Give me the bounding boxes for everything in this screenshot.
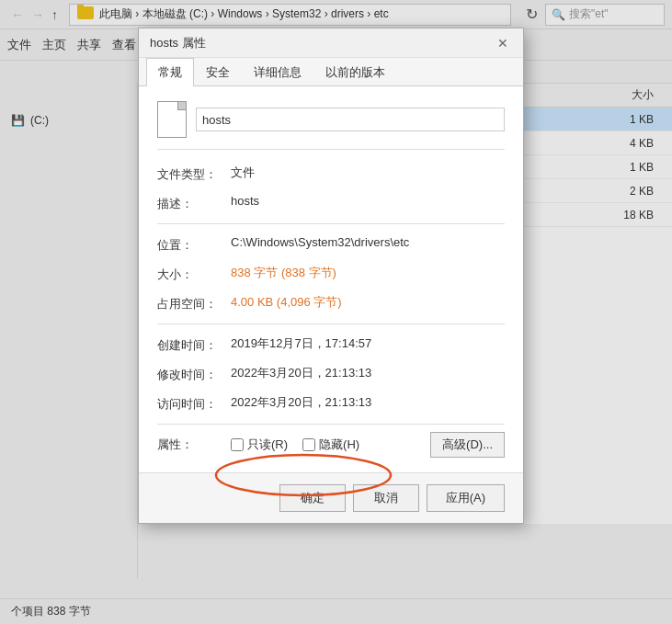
prop-value-accessed: 2022年3月20日，21:13:13 xyxy=(231,394,505,411)
prop-label-disksize: 占用空间： xyxy=(157,294,231,312)
prop-label-desc: 描述： xyxy=(157,194,231,212)
apply-button[interactable]: 应用(A) xyxy=(427,484,505,512)
prop-label-accessed: 访问时间： xyxy=(157,394,231,413)
prop-row-size: 大小： 838 字节 (838 字节) xyxy=(157,265,505,283)
prop-label-modified: 修改时间： xyxy=(157,365,231,383)
readonly-checkbox-label[interactable]: 只读(R) xyxy=(231,437,288,453)
readonly-label: 只读(R) xyxy=(247,437,288,453)
prop-row-modified: 修改时间： 2022年3月20日，21:13:13 xyxy=(157,365,505,383)
prop-label-created: 创建时间： xyxy=(157,335,231,354)
prop-value-type: 文件 xyxy=(231,165,505,181)
hidden-checkbox-label[interactable]: 隐藏(H) xyxy=(302,437,359,453)
cancel-button[interactable]: 取消 xyxy=(353,484,419,512)
prop-row-disksize: 占用空间： 4.00 KB (4,096 字节) xyxy=(157,294,505,312)
ok-button[interactable]: 确定 xyxy=(279,484,346,512)
properties-dialog: hosts 属性 ✕ 常规 安全 详细信息 以前的版本 文件类型： 文件 描述： xyxy=(138,28,524,524)
prop-value-created: 2019年12月7日，17:14:57 xyxy=(231,335,505,352)
hidden-label: 隐藏(H) xyxy=(319,437,359,453)
prop-row-accessed: 访问时间： 2022年3月20日，21:13:13 xyxy=(157,394,505,413)
prop-value-modified: 2022年3月20日，21:13:13 xyxy=(231,365,505,381)
dialog-title: hosts 属性 xyxy=(150,35,206,51)
dialog-close-button[interactable]: ✕ xyxy=(494,34,512,52)
prop-value-desc: hosts xyxy=(231,194,505,208)
prop-row-desc: 描述： hosts xyxy=(157,194,505,212)
advanced-button[interactable]: 高级(D)... xyxy=(430,432,505,458)
dialog-body: 文件类型： 文件 描述： hosts 位置： C:\Windows\System… xyxy=(139,86,523,472)
tab-security[interactable]: 安全 xyxy=(194,58,242,86)
tab-previous-versions[interactable]: 以前的版本 xyxy=(313,58,397,86)
attr-label: 属性： xyxy=(157,437,231,453)
tab-general[interactable]: 常规 xyxy=(146,58,194,86)
dialog-titlebar: hosts 属性 ✕ xyxy=(139,28,523,58)
file-name-section xyxy=(157,101,505,150)
prop-label-location: 位置： xyxy=(157,235,231,254)
tab-details[interactable]: 详细信息 xyxy=(242,58,313,86)
dialog-footer: 确定 取消 应用(A) xyxy=(139,472,523,523)
file-large-icon xyxy=(157,101,187,138)
prop-row-created: 创建时间： 2019年12月7日，17:14:57 xyxy=(157,335,505,354)
attr-checks: 只读(R) 隐藏(H) xyxy=(231,437,430,453)
dialog-tabs: 常规 安全 详细信息 以前的版本 xyxy=(139,58,523,86)
prop-row-location: 位置： C:\Windows\System32\drivers\etc xyxy=(157,235,505,254)
prop-label-size: 大小： xyxy=(157,265,231,283)
prop-label-type: 文件类型： xyxy=(157,165,231,183)
prop-value-location: C:\Windows\System32\drivers\etc xyxy=(231,235,505,249)
prop-value-size: 838 字节 (838 字节) xyxy=(231,265,505,281)
readonly-checkbox[interactable] xyxy=(231,438,244,451)
prop-row-type: 文件类型： 文件 xyxy=(157,165,505,183)
file-name-input[interactable] xyxy=(196,108,505,131)
attributes-section: 属性： 只读(R) 隐藏(H) 高级(D)... xyxy=(157,424,505,458)
prop-value-disksize: 4.00 KB (4,096 字节) xyxy=(231,294,505,311)
hidden-checkbox[interactable] xyxy=(302,438,315,451)
